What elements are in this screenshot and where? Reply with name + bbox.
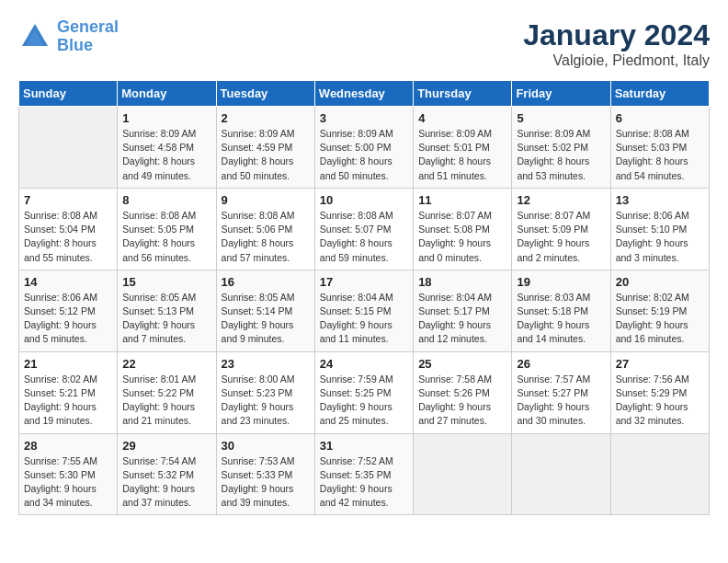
day-number: 29 [122, 439, 210, 453]
day-info: Sunrise: 8:07 AM Sunset: 5:08 PM Dayligh… [418, 209, 506, 265]
calendar-table: SundayMondayTuesdayWednesdayThursdayFrid… [18, 80, 710, 515]
day-number: 2 [222, 111, 310, 125]
page-header: General Blue January 2024 Valgioie, Pied… [18, 18, 710, 69]
day-info: Sunrise: 8:03 AM Sunset: 5:18 PM Dayligh… [517, 291, 605, 347]
calendar-cell: 22Sunrise: 8:01 AM Sunset: 5:22 PM Dayli… [118, 351, 216, 433]
day-info: Sunrise: 8:09 AM Sunset: 4:59 PM Dayligh… [222, 127, 310, 183]
calendar-cell: 29Sunrise: 7:54 AM Sunset: 5:32 PM Dayli… [118, 433, 216, 515]
calendar-cell: 9Sunrise: 8:08 AM Sunset: 5:06 PM Daylig… [216, 188, 314, 270]
day-info: Sunrise: 8:04 AM Sunset: 5:17 PM Dayligh… [418, 291, 506, 347]
day-number: 22 [122, 357, 210, 371]
header-cell-wednesday: Wednesday [314, 81, 413, 107]
calendar-cell: 10Sunrise: 8:08 AM Sunset: 5:07 PM Dayli… [314, 188, 413, 270]
calendar-cell: 3Sunrise: 8:09 AM Sunset: 5:00 PM Daylig… [314, 107, 413, 189]
calendar-cell: 20Sunrise: 8:02 AM Sunset: 5:19 PM Dayli… [610, 270, 709, 351]
header-cell-friday: Friday [512, 81, 610, 107]
day-number: 30 [222, 439, 310, 453]
calendar-cell: 6Sunrise: 8:08 AM Sunset: 5:03 PM Daylig… [610, 107, 709, 189]
calendar-cell: 17Sunrise: 8:04 AM Sunset: 5:15 PM Dayli… [314, 270, 413, 351]
calendar-cell [610, 433, 709, 515]
day-number: 20 [616, 275, 704, 289]
header-cell-saturday: Saturday [610, 81, 709, 107]
day-number: 3 [320, 111, 408, 125]
logo-text: General Blue [57, 18, 119, 55]
day-info: Sunrise: 7:54 AM Sunset: 5:32 PM Dayligh… [122, 454, 210, 511]
day-number: 12 [517, 193, 605, 207]
day-number: 31 [320, 439, 408, 453]
logo-icon [18, 20, 51, 53]
day-number: 17 [320, 275, 408, 289]
calendar-cell: 1Sunrise: 8:09 AM Sunset: 4:58 PM Daylig… [118, 107, 216, 189]
week-row-1: 1Sunrise: 8:09 AM Sunset: 4:58 PM Daylig… [19, 107, 710, 189]
calendar-cell: 18Sunrise: 8:04 AM Sunset: 5:17 PM Dayli… [414, 270, 512, 351]
day-number: 9 [222, 193, 310, 207]
day-info: Sunrise: 8:02 AM Sunset: 5:21 PM Dayligh… [24, 373, 112, 429]
day-info: Sunrise: 8:06 AM Sunset: 5:10 PM Dayligh… [616, 209, 704, 265]
header-cell-thursday: Thursday [414, 81, 512, 107]
day-info: Sunrise: 8:08 AM Sunset: 5:04 PM Dayligh… [24, 209, 112, 265]
calendar-cell: 5Sunrise: 8:09 AM Sunset: 5:02 PM Daylig… [512, 107, 610, 189]
day-info: Sunrise: 8:08 AM Sunset: 5:03 PM Dayligh… [616, 127, 704, 183]
day-number: 28 [24, 439, 112, 453]
calendar-cell [512, 433, 610, 515]
day-info: Sunrise: 7:52 AM Sunset: 5:35 PM Dayligh… [320, 454, 408, 511]
calendar-cell: 2Sunrise: 8:09 AM Sunset: 4:59 PM Daylig… [216, 107, 314, 189]
day-number: 16 [222, 275, 310, 289]
day-number: 27 [616, 357, 704, 371]
day-number: 13 [616, 193, 704, 207]
day-info: Sunrise: 8:05 AM Sunset: 5:13 PM Dayligh… [122, 291, 210, 347]
day-info: Sunrise: 8:04 AM Sunset: 5:15 PM Dayligh… [320, 291, 408, 347]
calendar-cell: 21Sunrise: 8:02 AM Sunset: 5:21 PM Dayli… [19, 351, 118, 433]
calendar-cell: 26Sunrise: 7:57 AM Sunset: 5:27 PM Dayli… [512, 351, 610, 433]
day-number: 21 [24, 357, 112, 371]
day-info: Sunrise: 8:09 AM Sunset: 4:58 PM Dayligh… [122, 127, 210, 183]
day-info: Sunrise: 8:02 AM Sunset: 5:19 PM Dayligh… [616, 291, 704, 347]
calendar-subtitle: Valgioie, Piedmont, Italy [523, 52, 710, 69]
calendar-cell: 23Sunrise: 8:00 AM Sunset: 5:23 PM Dayli… [216, 351, 314, 433]
calendar-header: SundayMondayTuesdayWednesdayThursdayFrid… [19, 81, 710, 107]
calendar-cell: 15Sunrise: 8:05 AM Sunset: 5:13 PM Dayli… [118, 270, 216, 351]
day-info: Sunrise: 8:09 AM Sunset: 5:00 PM Dayligh… [320, 127, 408, 183]
day-info: Sunrise: 7:58 AM Sunset: 5:26 PM Dayligh… [418, 373, 506, 429]
day-info: Sunrise: 8:05 AM Sunset: 5:14 PM Dayligh… [222, 291, 310, 347]
day-number: 6 [616, 111, 704, 125]
week-row-4: 21Sunrise: 8:02 AM Sunset: 5:21 PM Dayli… [19, 351, 710, 433]
day-info: Sunrise: 8:08 AM Sunset: 5:05 PM Dayligh… [122, 209, 210, 265]
calendar-cell [19, 107, 118, 189]
day-info: Sunrise: 8:08 AM Sunset: 5:07 PM Dayligh… [320, 209, 408, 265]
day-number: 25 [418, 357, 506, 371]
day-info: Sunrise: 8:00 AM Sunset: 5:23 PM Dayligh… [222, 373, 310, 429]
calendar-cell: 14Sunrise: 8:06 AM Sunset: 5:12 PM Dayli… [19, 270, 118, 351]
day-number: 1 [122, 111, 210, 125]
calendar-cell: 4Sunrise: 8:09 AM Sunset: 5:01 PM Daylig… [414, 107, 512, 189]
day-info: Sunrise: 7:57 AM Sunset: 5:27 PM Dayligh… [517, 373, 605, 429]
day-info: Sunrise: 7:55 AM Sunset: 5:30 PM Dayligh… [24, 454, 112, 511]
day-number: 10 [320, 193, 408, 207]
day-number: 15 [122, 275, 210, 289]
header-cell-tuesday: Tuesday [216, 81, 314, 107]
header-cell-sunday: Sunday [19, 81, 118, 107]
calendar-cell: 27Sunrise: 7:56 AM Sunset: 5:29 PM Dayli… [610, 351, 709, 433]
calendar-cell: 13Sunrise: 8:06 AM Sunset: 5:10 PM Dayli… [610, 188, 709, 270]
day-number: 24 [320, 357, 408, 371]
calendar-cell: 24Sunrise: 7:59 AM Sunset: 5:25 PM Dayli… [314, 351, 413, 433]
day-info: Sunrise: 7:56 AM Sunset: 5:29 PM Dayligh… [616, 373, 704, 429]
day-number: 11 [418, 193, 506, 207]
calendar-cell: 28Sunrise: 7:55 AM Sunset: 5:30 PM Dayli… [19, 433, 118, 515]
day-number: 19 [517, 275, 605, 289]
day-number: 14 [24, 275, 112, 289]
calendar-cell: 30Sunrise: 7:53 AM Sunset: 5:33 PM Dayli… [216, 433, 314, 515]
calendar-cell: 11Sunrise: 8:07 AM Sunset: 5:08 PM Dayli… [414, 188, 512, 270]
calendar-cell: 16Sunrise: 8:05 AM Sunset: 5:14 PM Dayli… [216, 270, 314, 351]
day-number: 18 [418, 275, 506, 289]
calendar-cell: 12Sunrise: 8:07 AM Sunset: 5:09 PM Dayli… [512, 188, 610, 270]
day-info: Sunrise: 8:07 AM Sunset: 5:09 PM Dayligh… [517, 209, 605, 265]
week-row-5: 28Sunrise: 7:55 AM Sunset: 5:30 PM Dayli… [19, 433, 710, 515]
day-number: 26 [517, 357, 605, 371]
day-number: 5 [517, 111, 605, 125]
logo-line1: General [57, 17, 119, 36]
header-row: SundayMondayTuesdayWednesdayThursdayFrid… [19, 81, 710, 107]
day-info: Sunrise: 7:53 AM Sunset: 5:33 PM Dayligh… [222, 454, 310, 511]
calendar-title: January 2024 [523, 18, 710, 52]
day-number: 8 [122, 193, 210, 207]
